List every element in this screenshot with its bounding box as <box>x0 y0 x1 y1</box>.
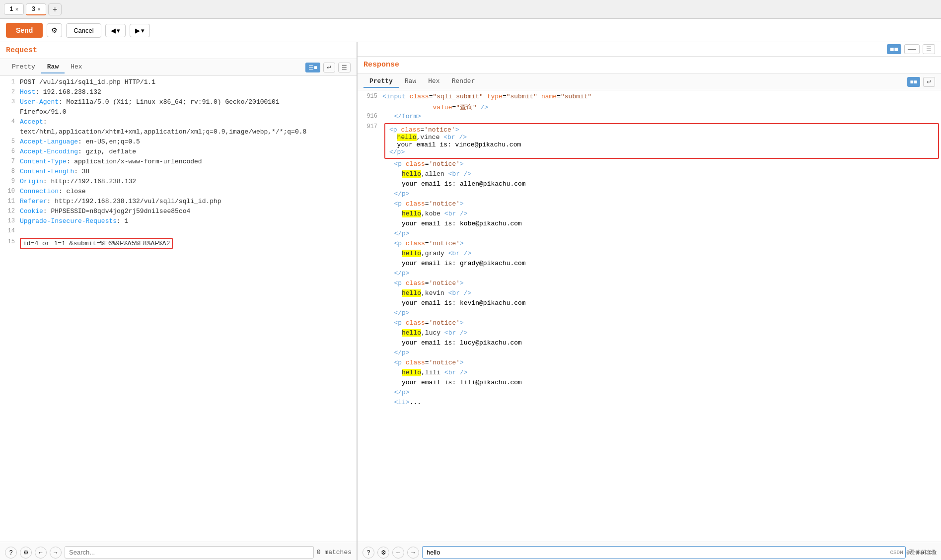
send-button[interactable]: Send <box>6 23 43 38</box>
tab-3-label: 3 <box>31 5 35 13</box>
resp-line-p4d: </p> <box>358 269 941 279</box>
request-header: Request <box>0 42 357 59</box>
req-line-6: 6 Accept-Encoding: gzip, deflate <box>0 147 357 157</box>
resp-line-p3b: hello,kobe <br /> <box>358 210 941 219</box>
tab-hex-resp[interactable]: Hex <box>422 75 445 88</box>
resp-line-p7d: </p> <box>358 388 941 398</box>
req-line-11: 11 Referer: http://192.168.238.132/vul/s… <box>0 197 357 207</box>
req-tab-icons: ☰■ ↵ ☰ <box>305 63 351 72</box>
tab-render-resp[interactable]: Render <box>446 75 481 88</box>
resp-line-p2a: <p class='notice'> <box>358 160 941 170</box>
tab-pretty-resp[interactable]: Pretty <box>363 75 399 88</box>
req-settings-icon[interactable]: ⚙ <box>20 547 32 559</box>
response-header: Response <box>358 57 941 73</box>
resp-line-p3d: </p> <box>358 229 941 239</box>
resp-tab-icons: ■■ ↵ <box>907 77 936 87</box>
resp-line-p4b: hello,grady <br /> <box>358 249 941 259</box>
watermark: CSDN @爱你的全全 <box>890 549 937 556</box>
resp-line-915b: value="查询" /> <box>358 102 941 112</box>
add-tab-button[interactable]: + <box>48 3 62 15</box>
req-line-4b: text/html,application/xhtml+xml,applicat… <box>0 128 357 138</box>
resp-search-input[interactable] <box>422 546 906 559</box>
resp-line-li: <li>... <box>358 398 941 408</box>
request-panel: Request Pretty Raw Hex ☰■ ↵ ☰ 1 POST /vu… <box>0 42 358 560</box>
chevron-right-icon: ▶ <box>135 27 140 34</box>
resp-format-btn[interactable]: ■■ <box>907 77 921 87</box>
tab-1[interactable]: 1 ✕ <box>4 3 24 15</box>
nav-prev-button[interactable]: ◀ ▾ <box>105 24 126 37</box>
tabs-bar: 1 ✕ 3 ✕ + <box>0 0 941 19</box>
req-line-1: 1 POST /vul/sqli/sqli_id.php HTTP/1.1 <box>0 78 357 88</box>
resp-line-p2c: your email is: allen@pikachu.com <box>358 180 941 190</box>
req-line-13: 13 Upgrade-Insecure-Requests: 1 <box>0 217 357 227</box>
resp-line-p7b: hello,lili <br /> <box>358 368 941 378</box>
resp-line-p7c: your email is: lili@pikachu.com <box>358 378 941 388</box>
resp-bottom-bar: ? ⚙ ← → 7 match <box>358 542 941 560</box>
request-content: 1 POST /vul/sqli/sqli_id.php HTTP/1.1 2 … <box>0 76 357 542</box>
resp-back-icon[interactable]: ← <box>392 547 404 559</box>
resp-highlight-line-4: </p> <box>389 148 934 156</box>
resp-line-915: 915 <input class="sqli_submit" type="sub… <box>358 92 941 102</box>
resp-line-917-wrapper: 917 <p class='notice'> hello,vince <br /… <box>358 122 941 160</box>
req-icon-wrap[interactable]: ↵ <box>323 63 335 72</box>
dropdown-icon: ▾ <box>117 27 120 34</box>
resp-icon-format[interactable]: ■■ <box>887 44 901 54</box>
req-line-2: 2 Host: 192.168.238.132 <box>0 88 357 98</box>
resp-help-icon[interactable]: ? <box>362 547 374 559</box>
settings-icon-button[interactable]: ⚙ <box>47 23 62 37</box>
req-line-7: 7 Content-Type: application/x-www-form-u… <box>0 157 357 167</box>
resp-line-p7a: <p class='notice'> <box>358 358 941 368</box>
resp-line-p6b: hello,lucy <br /> <box>358 329 941 339</box>
dropdown-icon: ▾ <box>141 27 145 34</box>
resp-line-p6a: <p class='notice'> <box>358 319 941 329</box>
req-line-8: 8 Content-Length: 38 <box>0 167 357 177</box>
req-line-15-wrapper: 15 id=4 or 1=1 &submit=%E6%9F%A5%E8%AF%A… <box>0 237 357 250</box>
resp-settings-icon[interactable]: ⚙ <box>377 547 389 559</box>
req-back-icon[interactable]: ← <box>35 547 47 559</box>
req-icon-format[interactable]: ☰■ <box>305 63 320 72</box>
resp-line-p5a: <p class='notice'> <box>358 279 941 289</box>
tab-pretty-req[interactable]: Pretty <box>6 61 41 73</box>
resp-icon-more[interactable]: ☰ <box>923 44 935 54</box>
tab-raw-req[interactable]: Raw <box>41 61 65 73</box>
resp-highlight-line-2: hello,vince <br /> <box>389 134 934 141</box>
resp-line-p2b: hello,allen <br /> <box>358 170 941 180</box>
req-line-14: 14 <box>0 227 357 237</box>
tab-3[interactable]: 3 ✕ <box>26 3 46 15</box>
req-line-4: 4 Accept: <box>0 118 357 128</box>
resp-icon-list[interactable]: ── <box>904 44 920 54</box>
resp-line-p4a: <p class='notice'> <box>358 239 941 249</box>
req-search-input[interactable] <box>65 546 314 559</box>
main-layout: Request Pretty Raw Hex ☰■ ↵ ☰ 1 POST /vu… <box>0 42 941 560</box>
cancel-button[interactable]: Cancel <box>66 23 101 38</box>
req-line-3: 3 User-Agent: Mozilla/5.0 (X11; Linux x8… <box>0 98 357 108</box>
toolbar: Send ⚙ Cancel ◀ ▾ ▶ ▾ <box>0 19 941 42</box>
req-help-icon[interactable]: ? <box>5 547 17 559</box>
req-forward-icon[interactable]: → <box>50 547 62 559</box>
req-icon-more[interactable]: ☰ <box>338 63 351 72</box>
tab-3-close[interactable]: ✕ <box>37 6 41 12</box>
resp-wrap-btn[interactable]: ↵ <box>923 77 935 87</box>
tab-1-close[interactable]: ✕ <box>15 6 19 12</box>
resp-line-p5b: hello,kevin <br /> <box>358 289 941 299</box>
nav-next-button[interactable]: ▶ ▾ <box>130 24 150 37</box>
resp-line-p4c: your email is: grady@pikachu.com <box>358 259 941 269</box>
req-body-highlighted: id=4 or 1=1 &submit=%E6%9F%A5%E8%AF%A2 <box>20 238 173 249</box>
resp-line-p5c: your email is: kevin@pikachu.com <box>358 299 941 309</box>
resp-forward-icon[interactable]: → <box>407 547 419 559</box>
tab-hex-req[interactable]: Hex <box>65 61 88 73</box>
resp-line-p6c: your email is: lucy@pikachu.com <box>358 339 941 349</box>
response-content: 915 <input class="sqli_submit" type="sub… <box>358 90 941 542</box>
req-line-9: 9 Origin: http://192.168.238.132 <box>0 177 357 187</box>
resp-highlight-line-1: <p class='notice'> <box>389 126 934 134</box>
req-bottom-bar: ? ⚙ ← → 0 matches <box>0 542 357 560</box>
request-tabs: Pretty Raw Hex ☰■ ↵ ☰ <box>0 59 357 76</box>
resp-line-p5d: </p> <box>358 309 941 319</box>
req-line-5: 5 Accept-Language: en-US,en;q=0.5 <box>0 138 357 147</box>
req-line-10: 10 Connection: close <box>0 187 357 197</box>
resp-line-p3c: your email is: kobe@pikachu.com <box>358 219 941 229</box>
tab-raw-resp[interactable]: Raw <box>399 75 422 88</box>
tab-1-label: 1 <box>9 5 13 13</box>
resp-line-916: 916 </form> <box>358 112 941 122</box>
resp-highlight-line-3: your email is: vince@pikachu.com <box>389 141 934 148</box>
